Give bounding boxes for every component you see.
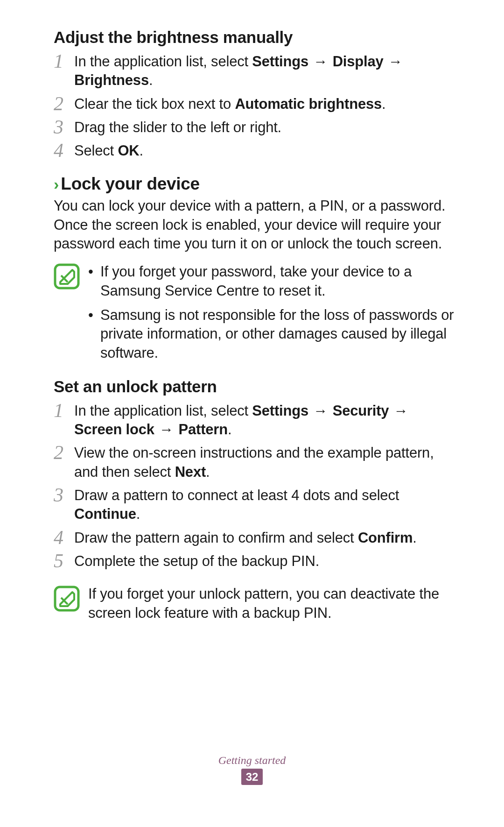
intro-paragraph: You can lock your device with a pattern,… xyxy=(54,197,457,253)
page-footer: Getting started 32 xyxy=(0,754,504,785)
note-body: If you forget your password, take your d… xyxy=(88,262,457,368)
step-1: 1 In the application list, select Settin… xyxy=(54,402,457,439)
note-block: If you forget your password, take your d… xyxy=(54,262,457,368)
manual-page: Adjust the brightness manually 1 In the … xyxy=(0,0,504,827)
step-number: 2 xyxy=(54,94,74,113)
step-text: Drag the slider to the left or right. xyxy=(74,118,457,137)
text: Draw a pattern to connect at least 4 dot… xyxy=(74,487,399,503)
text: . xyxy=(413,530,416,546)
text: In the application list, select xyxy=(74,403,252,419)
chevron-right-icon: › xyxy=(54,176,56,193)
arrow-icon: → xyxy=(308,53,333,70)
steps-brightness: 1 In the application list, select Settin… xyxy=(54,52,457,160)
steps-pattern: 1 In the application list, select Settin… xyxy=(54,402,457,571)
section-header-lock: › Lock your device xyxy=(54,174,457,194)
text: . xyxy=(139,142,143,159)
note-item: Samsung is not responsible for the loss … xyxy=(88,306,457,362)
step-text: Draw a pattern to connect at least 4 dot… xyxy=(74,486,457,524)
arrow-icon: → xyxy=(154,421,179,438)
page-number-badge: 32 xyxy=(241,769,263,785)
text: . xyxy=(206,464,210,480)
text: . xyxy=(382,96,385,112)
step-text: Clear the tick box next to Automatic bri… xyxy=(74,95,457,113)
step-number: 3 xyxy=(54,485,74,505)
note-item: If you forget your password, take your d… xyxy=(88,262,457,300)
step-number: 2 xyxy=(54,443,74,462)
text: . xyxy=(228,421,231,438)
text: In the application list, select xyxy=(74,53,252,70)
text: View the on-screen instructions and the … xyxy=(74,445,434,480)
bold: Security xyxy=(333,403,389,419)
step-number: 4 xyxy=(54,141,74,160)
bold: Next xyxy=(175,464,206,480)
step-text: Select OK. xyxy=(74,141,457,160)
step-5: 5 Complete the setup of the backup PIN. xyxy=(54,552,457,571)
bold: Screen lock xyxy=(74,421,154,438)
bold: Confirm xyxy=(358,530,413,546)
step-number: 4 xyxy=(54,528,74,547)
bold: OK xyxy=(118,142,139,159)
text: Clear the tick box next to xyxy=(74,96,235,112)
bold: Settings xyxy=(252,403,308,419)
bold: Pattern xyxy=(178,421,227,438)
step-2: 2 Clear the tick box next to Automatic b… xyxy=(54,95,457,113)
step-number: 3 xyxy=(54,117,74,137)
bold: Display xyxy=(333,53,384,70)
text: Draw the pattern again to confirm and se… xyxy=(74,530,358,546)
step-number: 5 xyxy=(54,551,74,571)
step-number: 1 xyxy=(54,401,74,420)
step-text: Complete the setup of the backup PIN. xyxy=(74,552,457,571)
bold: Continue xyxy=(74,506,136,522)
note-icon xyxy=(54,586,80,612)
step-3: 3 Drag the slider to the left or right. xyxy=(54,118,457,137)
text: . xyxy=(149,72,153,88)
arrow-icon: → xyxy=(384,53,404,70)
step-text: Draw the pattern again to confirm and se… xyxy=(74,529,457,547)
step-2: 2 View the on-screen instructions and th… xyxy=(54,444,457,481)
note-text: If you forget your unlock pattern, you c… xyxy=(88,585,457,622)
heading-adjust-brightness: Adjust the brightness manually xyxy=(54,28,457,47)
heading-lock-device: Lock your device xyxy=(61,174,200,194)
arrow-icon: → xyxy=(308,403,333,419)
text: Select xyxy=(74,142,118,159)
footer-chapter-label: Getting started xyxy=(0,754,504,767)
step-1: 1 In the application list, select Settin… xyxy=(54,52,457,90)
heading-set-pattern: Set an unlock pattern xyxy=(54,377,457,396)
text: . xyxy=(136,506,140,522)
bold: Automatic brightness xyxy=(235,96,382,112)
step-4: 4 Select OK. xyxy=(54,141,457,160)
arrow-icon: → xyxy=(389,403,409,419)
step-text: In the application list, select Settings… xyxy=(74,52,457,90)
bold: Settings xyxy=(252,53,308,70)
step-number: 1 xyxy=(54,51,74,71)
bold: Brightness xyxy=(74,72,149,88)
step-4: 4 Draw the pattern again to confirm and … xyxy=(54,529,457,547)
note-block: If you forget your unlock pattern, you c… xyxy=(54,585,457,622)
note-icon xyxy=(54,263,80,290)
step-text: View the on-screen instructions and the … xyxy=(74,444,457,481)
step-text: In the application list, select Settings… xyxy=(74,402,457,439)
step-3: 3 Draw a pattern to connect at least 4 d… xyxy=(54,486,457,524)
